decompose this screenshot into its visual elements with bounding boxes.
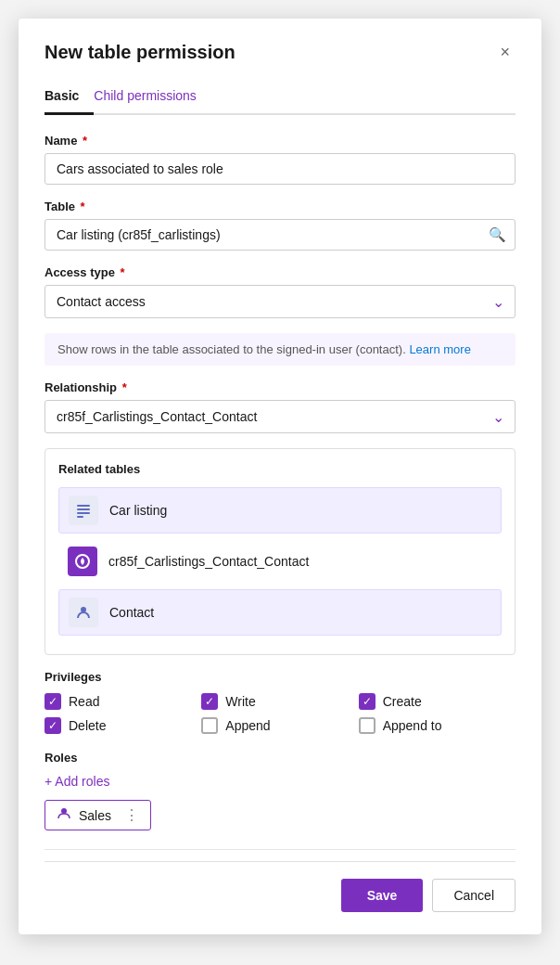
- sales-role-menu-icon[interactable]: ⋮: [124, 806, 139, 824]
- sales-role-icon: [57, 806, 71, 824]
- svg-point-6: [61, 808, 67, 814]
- cancel-button[interactable]: Cancel: [432, 879, 515, 912]
- relation-icon: [68, 547, 97, 576]
- privilege-append-to[interactable]: Append to: [359, 717, 515, 734]
- tab-child-permissions[interactable]: Child permissions: [94, 81, 210, 115]
- privilege-append[interactable]: Append: [201, 717, 358, 734]
- access-type-select-wrap: Contact access Global access Self access…: [45, 285, 515, 318]
- relationship-field-group: Relationship * cr85f_Carlistings_Contact…: [45, 380, 515, 433]
- table-search-input[interactable]: [45, 219, 515, 251]
- table-search-icon: 🔍: [489, 226, 506, 243]
- name-field-group: Name *: [45, 134, 515, 185]
- new-table-permission-dialog: New table permission × Basic Child permi…: [19, 19, 541, 934]
- info-box: Show rows in the table associated to the…: [45, 333, 515, 366]
- tab-basic[interactable]: Basic: [45, 81, 94, 115]
- name-input[interactable]: [45, 153, 515, 185]
- table-required-star: *: [77, 199, 85, 213]
- read-checkbox[interactable]: ✓: [45, 693, 61, 710]
- related-tables-title: Related tables: [58, 462, 502, 476]
- access-type-select[interactable]: Contact access Global access Self access…: [45, 285, 515, 318]
- close-button[interactable]: ×: [494, 41, 515, 64]
- contact-icon: [69, 598, 98, 627]
- privilege-read[interactable]: ✓ Read: [45, 693, 201, 710]
- delete-checkbox[interactable]: ✓: [45, 717, 61, 734]
- append-to-checkbox[interactable]: [359, 717, 375, 734]
- svg-rect-1: [77, 508, 90, 510]
- roles-section: Roles + Add roles Sales ⋮: [45, 751, 515, 830]
- name-required-star: *: [79, 134, 87, 148]
- table-label: Table *: [45, 199, 515, 213]
- save-button[interactable]: Save: [341, 879, 424, 912]
- tabs-bar: Basic Child permissions: [45, 81, 515, 115]
- access-type-label: Access type *: [45, 265, 515, 279]
- write-checkbox[interactable]: ✓: [201, 693, 218, 710]
- related-item-contact: Contact: [58, 589, 502, 636]
- table-icon: [69, 495, 98, 525]
- related-contact-label: Contact: [109, 605, 154, 620]
- svg-rect-2: [77, 512, 90, 514]
- svg-rect-3: [77, 516, 83, 518]
- privilege-delete[interactable]: ✓ Delete: [45, 717, 201, 734]
- append-checkbox[interactable]: [201, 717, 218, 734]
- sales-role-label: Sales: [79, 808, 111, 823]
- footer-divider: [45, 849, 515, 850]
- privilege-write[interactable]: ✓ Write: [201, 693, 358, 710]
- relationship-required-star: *: [119, 380, 127, 394]
- related-car-listing-label: Car listing: [109, 503, 167, 518]
- roles-list: Sales ⋮: [45, 800, 515, 830]
- relationship-select[interactable]: cr85f_Carlistings_Contact_Contact: [45, 400, 515, 433]
- table-field-group: Table * 🔍: [45, 199, 515, 251]
- learn-more-link[interactable]: Learn more: [409, 342, 470, 356]
- add-roles-button[interactable]: + Add roles: [45, 772, 109, 791]
- create-checkbox[interactable]: ✓: [359, 693, 375, 710]
- related-item-car-listing: Car listing: [58, 487, 502, 534]
- privilege-create[interactable]: ✓ Create: [359, 693, 515, 710]
- roles-title: Roles: [45, 751, 515, 765]
- name-label: Name *: [45, 134, 515, 148]
- role-tag-sales: Sales ⋮: [45, 800, 151, 830]
- table-search-wrap: 🔍: [45, 219, 515, 251]
- related-tables-box: Related tables Car listing cr85: [45, 448, 515, 655]
- related-relation-label: cr85f_Carlistings_Contact_Contact: [108, 554, 309, 569]
- relationship-select-wrap: cr85f_Carlistings_Contact_Contact ⌄: [45, 400, 515, 433]
- dialog-title: New table permission: [45, 42, 235, 63]
- privileges-title: Privileges: [45, 670, 515, 684]
- dialog-header: New table permission ×: [45, 41, 515, 64]
- related-item-relation: cr85f_Carlistings_Contact_Contact: [58, 539, 502, 584]
- dialog-footer: Save Cancel: [45, 861, 515, 912]
- privileges-grid: ✓ Read ✓ Write ✓ Create ✓ Delete Append: [45, 693, 515, 734]
- access-type-field-group: Access type * Contact access Global acce…: [45, 265, 515, 318]
- privileges-section: Privileges ✓ Read ✓ Write ✓ Create ✓ Del…: [45, 670, 515, 734]
- access-required-star: *: [117, 265, 125, 279]
- svg-rect-0: [77, 505, 90, 507]
- relationship-label: Relationship *: [45, 380, 515, 394]
